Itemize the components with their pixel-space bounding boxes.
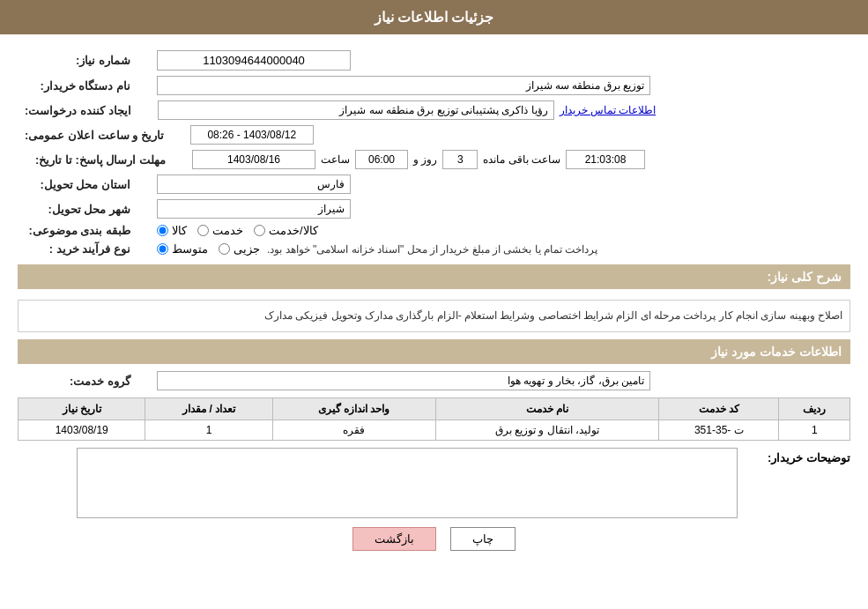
header-bar: جزئیات اطلاعات نیاز <box>0 0 868 34</box>
buyer-notes-label: توضیحات خریدار: <box>745 448 850 464</box>
description-box: اصلاح وبهینه سازی انجام کار پرداخت مرحله… <box>18 300 850 332</box>
deadline-days-input[interactable] <box>442 150 478 169</box>
days-label: روز و <box>413 153 437 166</box>
province-label: استان محل تحویل: <box>25 178 130 191</box>
col-rownum: ردیف <box>779 398 850 420</box>
creator-label: ایجاد کننده درخواست: <box>25 104 131 117</box>
col-qty: تعداد / مقدار <box>145 398 272 420</box>
khadamat-label: خدمت <box>212 224 243 237</box>
city-input[interactable] <box>157 199 351 219</box>
purchase-type-motovaset[interactable]: متوسط <box>157 242 208 256</box>
category-label: طبقه بندی موضوعی: <box>25 224 130 237</box>
col-unit: واحد اندازه گیری <box>272 398 435 420</box>
purchase-type-note: پرداخت تمام یا بخشی از مبلغ خریدار از مح… <box>267 243 597 256</box>
province-input[interactable] <box>157 175 351 194</box>
cell-row: 1 <box>779 420 850 441</box>
purchase-type-radio-group: متوسط جزیی <box>157 242 260 256</box>
time-label: ساعت <box>321 153 350 166</box>
category-khadamat[interactable]: خدمت <box>197 224 243 237</box>
table-row: 1ت -35-351تولید، انتقال و توزیع برقفقره1… <box>19 420 850 441</box>
buyer-org-input[interactable] <box>157 76 650 95</box>
category-kala-khadamat-radio[interactable] <box>254 225 265 236</box>
back-button[interactable]: بازگشت <box>352 527 436 551</box>
services-section-title: اطلاعات خدمات مورد نیاز <box>18 339 850 364</box>
city-label: شهر محل تحویل: <box>25 203 130 216</box>
print-button[interactable]: چاپ <box>450 527 516 551</box>
purchase-jozi-radio[interactable] <box>219 243 230 255</box>
col-code: کد خدمت <box>659 398 779 420</box>
col-name: نام خدمت <box>435 398 659 420</box>
need-number-input[interactable] <box>157 50 351 71</box>
kala-khadamat-label: کالا/خدمت <box>269 224 318 237</box>
category-khadamat-radio[interactable] <box>197 225 209 236</box>
category-radio-group: کالا/خدمت خدمت کالا <box>157 224 318 237</box>
category-kala-khadamat[interactable]: کالا/خدمت <box>254 224 318 237</box>
services-table: ردیف کد خدمت نام خدمت واحد اندازه گیری ت… <box>18 397 850 441</box>
service-group-input[interactable] <box>157 371 650 390</box>
response-deadline-label: مهلت ارسال پاسخ: تا تاریخ: <box>25 153 166 167</box>
purchase-type-label: نوع فرآیند خرید : <box>25 242 130 256</box>
cell-date: 1403/08/19 <box>19 420 145 441</box>
need-number-label: شماره نیاز: <box>25 54 130 67</box>
motovaset-label: متوسط <box>172 242 208 256</box>
category-kala-radio[interactable] <box>157 225 168 236</box>
cell-unit: فقره <box>272 420 435 441</box>
announce-date-label: تاریخ و ساعت اعلان عمومی: <box>25 129 164 142</box>
col-date: تاریخ نیاز <box>19 398 145 420</box>
announce-date-input[interactable] <box>190 125 314 145</box>
kala-label: کالا <box>172 224 187 237</box>
jozi-label: جزیی <box>234 242 260 256</box>
category-kala[interactable]: کالا <box>157 224 187 237</box>
deadline-time-input[interactable] <box>355 150 408 169</box>
remaining-label: ساعت باقی مانده <box>483 153 560 166</box>
cell-name: تولید، انتقال و توزیع برق <box>435 420 659 441</box>
purchase-motovaset-radio[interactable] <box>157 243 168 255</box>
cell-code: ت -35-351 <box>659 420 779 441</box>
description-section-title: شرح کلی نیاز: <box>18 264 850 289</box>
buyer-org-label: نام دستگاه خریدار: <box>25 79 130 93</box>
deadline-date-input[interactable] <box>192 150 315 169</box>
purchase-type-jozi[interactable]: جزیی <box>219 242 260 256</box>
cell-quantity: 1 <box>145 420 272 441</box>
remaining-time-input[interactable] <box>566 150 645 169</box>
creator-input[interactable] <box>158 100 554 120</box>
service-group-label: گروه خدمت: <box>25 375 130 388</box>
buyer-notes-textarea[interactable] <box>77 448 738 518</box>
creator-contact-link[interactable]: اطلاعات تماس خریدار <box>560 104 657 116</box>
